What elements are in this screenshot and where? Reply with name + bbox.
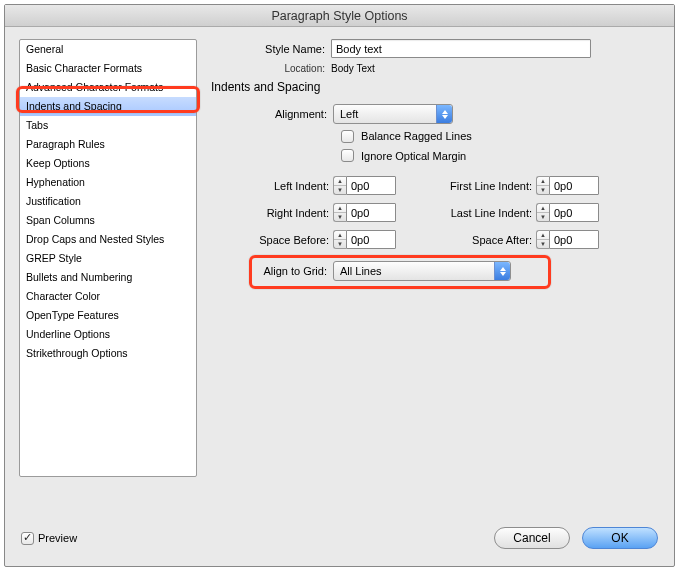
sidebar-item-bullets-numbering[interactable]: Bullets and Numbering [20,268,196,287]
sidebar-item-opentype-features[interactable]: OpenType Features [20,306,196,325]
balance-row: Balance Ragged Lines [341,129,660,143]
ignore-row: Ignore Optical Margin [341,149,660,163]
sidebar-item-justification[interactable]: Justification [20,192,196,211]
style-name-label: Style Name: [211,43,331,55]
sidebar-item-drop-caps[interactable]: Drop Caps and Nested Styles [20,230,196,249]
alignment-value: Left [334,108,436,120]
ok-button[interactable]: OK [582,527,658,549]
indent-row-2: Right Indent: ▲▼ Last Line Indent: ▲▼ [221,203,660,222]
last-line-label: Last Line Indent: [418,207,536,219]
sidebar-item-character-color[interactable]: Character Color [20,287,196,306]
sidebar-item-advanced-character-formats[interactable]: Advanced Character Formats [20,78,196,97]
sidebar-item-strikethrough-options[interactable]: Strikethrough Options [20,344,196,363]
indent-row-1: Left Indent: ▲▼ First Line Indent: ▲▼ [221,176,660,195]
stepper-buttons-icon[interactable]: ▲▼ [536,230,549,249]
preview-label: Preview [38,532,77,544]
ignore-checkbox[interactable] [341,149,354,162]
stepper-buttons-icon[interactable]: ▲▼ [333,230,346,249]
sidebar-item-basic-character-formats[interactable]: Basic Character Formats [20,59,196,78]
right-indent-input[interactable] [346,203,396,222]
cancel-button[interactable]: Cancel [494,527,570,549]
stepper-buttons-icon[interactable]: ▲▼ [536,203,549,222]
right-indent-stepper[interactable]: ▲▼ [333,203,396,222]
chevron-updown-icon [494,262,510,280]
first-line-label: First Line Indent: [418,180,536,192]
location-label: Location: [211,63,331,74]
location-value: Body Text [331,63,375,74]
chevron-updown-icon [436,105,452,123]
last-line-input[interactable] [549,203,599,222]
space-before-label: Space Before: [221,234,333,246]
sidebar-item-underline-options[interactable]: Underline Options [20,325,196,344]
style-name-input[interactable] [331,39,591,58]
stepper-buttons-icon[interactable]: ▲▼ [333,176,346,195]
paragraph-style-dialog: Paragraph Style Options General Basic Ch… [4,4,675,567]
left-indent-input[interactable] [346,176,396,195]
dialog-body: General Basic Character Formats Advanced… [5,27,674,510]
align-grid-row: Align to Grid: All Lines [221,261,660,281]
category-sidebar: General Basic Character Formats Advanced… [19,39,197,477]
align-grid-value: All Lines [334,265,494,277]
left-indent-label: Left Indent: [221,180,333,192]
left-indent-stepper[interactable]: ▲▼ [333,176,396,195]
indent-row-3: Space Before: ▲▼ Space After: ▲▼ [221,230,660,249]
ignore-label: Ignore Optical Margin [361,150,466,162]
stepper-buttons-icon[interactable]: ▲▼ [536,176,549,195]
stepper-buttons-icon[interactable]: ▲▼ [333,203,346,222]
indent-grid: Left Indent: ▲▼ First Line Indent: ▲▼ Ri… [221,176,660,249]
alignment-label: Alignment: [221,108,333,120]
first-line-stepper[interactable]: ▲▼ [536,176,599,195]
space-after-label: Space After: [418,234,536,246]
sidebar-wrap: General Basic Character Formats Advanced… [19,39,197,477]
section-title: Indents and Spacing [211,80,660,94]
preview-checkbox[interactable] [21,532,34,545]
sidebar-item-paragraph-rules[interactable]: Paragraph Rules [20,135,196,154]
space-after-input[interactable] [549,230,599,249]
align-grid-label: Align to Grid: [221,265,333,277]
sidebar-item-span-columns[interactable]: Span Columns [20,211,196,230]
align-grid-select[interactable]: All Lines [333,261,511,281]
balance-checkbox[interactable] [341,130,354,143]
balance-label: Balance Ragged Lines [361,130,472,142]
sidebar-item-keep-options[interactable]: Keep Options [20,154,196,173]
dialog-title: Paragraph Style Options [5,5,674,27]
alignment-select[interactable]: Left [333,104,453,124]
space-before-input[interactable] [346,230,396,249]
last-line-stepper[interactable]: ▲▼ [536,203,599,222]
space-after-stepper[interactable]: ▲▼ [536,230,599,249]
dialog-footer: Preview Cancel OK [5,510,674,566]
sidebar-item-hyphenation[interactable]: Hyphenation [20,173,196,192]
first-line-input[interactable] [549,176,599,195]
right-indent-label: Right Indent: [221,207,333,219]
space-before-stepper[interactable]: ▲▼ [333,230,396,249]
location-row: Location: Body Text [211,63,660,74]
style-name-row: Style Name: [211,39,660,58]
sidebar-item-tabs[interactable]: Tabs [20,116,196,135]
main-panel: Style Name: Location: Body Text Indents … [211,39,660,510]
alignment-row: Alignment: Left [221,104,660,124]
sidebar-item-general[interactable]: General [20,40,196,59]
sidebar-item-indents-and-spacing[interactable]: Indents and Spacing [20,97,196,116]
sidebar-item-grep-style[interactable]: GREP Style [20,249,196,268]
